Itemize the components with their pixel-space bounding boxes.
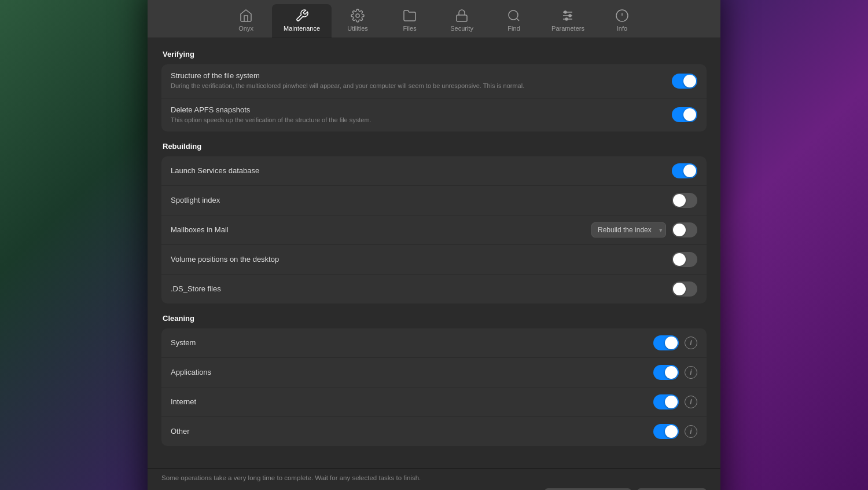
toggle-spotlight[interactable] [672, 193, 697, 208]
search-icon [506, 8, 522, 24]
toggle-volume-positions[interactable] [672, 252, 697, 267]
toolbar: Onyx Maintenance Utilities [148, 0, 720, 38]
toggle-knob [683, 75, 696, 87]
info-applications-button[interactable]: i [685, 366, 697, 379]
tab-utilities-label: Utilities [347, 25, 367, 32]
delete-apfs-desc: This option speeds up the verification o… [171, 116, 672, 125]
toggle-knob [665, 337, 678, 349]
other-label: Other [171, 427, 653, 436]
tab-onyx-label: Onyx [238, 25, 253, 32]
row-ds-store: .DS_Store files [161, 275, 707, 303]
footer: Some operations take a very long time to… [148, 468, 720, 490]
internet-label: Internet [171, 397, 653, 406]
row-delete-apfs-snapshots: Delete APFS snapshots This option speeds… [161, 98, 707, 131]
toggle-system[interactable] [653, 335, 679, 350]
system-label: System [171, 338, 653, 347]
wrench-icon [294, 8, 310, 24]
svg-line-3 [517, 19, 519, 21]
tab-parameters[interactable]: Parameters [540, 4, 596, 38]
tab-find-label: Find [507, 25, 520, 32]
info-other-button[interactable]: i [685, 425, 697, 438]
svg-rect-1 [457, 15, 467, 21]
row-launch-services: Launch Services database [161, 156, 707, 186]
mailboxes-label: Mailboxes in Mail [171, 225, 591, 234]
toggle-knob [683, 164, 696, 177]
app-window: OnyX Onyx Maintenance [148, 0, 720, 490]
tab-parameters-label: Parameters [551, 25, 584, 32]
toggle-knob [665, 366, 678, 379]
row-internet: Internet i [161, 387, 707, 417]
mailboxes-select[interactable]: Rebuild the index [591, 222, 666, 237]
info-circle-icon [614, 8, 630, 24]
delete-apfs-label: Delete APFS snapshots [171, 105, 672, 114]
row-other: Other i [161, 417, 707, 446]
main-content: Verifying Structure of the file system D… [148, 38, 720, 468]
home-icon [238, 8, 254, 24]
spotlight-label: Spotlight index [171, 196, 672, 204]
tab-files[interactable]: Files [384, 4, 436, 38]
row-volume-positions: Volume positions on the desktop [161, 245, 707, 275]
tab-maintenance[interactable]: Maintenance [272, 4, 332, 38]
row-structure-file-system: Structure of the file system During the … [161, 64, 707, 98]
folder-icon [402, 8, 418, 24]
rebuilding-section: Launch Services database Spotlight index [161, 156, 707, 303]
tab-files-label: Files [403, 25, 416, 32]
sliders-icon [560, 8, 576, 24]
toggle-internet[interactable] [653, 394, 679, 409]
svg-point-2 [509, 10, 518, 20]
toggle-structure-file-system[interactable] [672, 74, 697, 89]
row-mailboxes-mail: Mailboxes in Mail Rebuild the index [161, 215, 707, 245]
toggle-applications[interactable] [653, 365, 679, 380]
toggle-other[interactable] [653, 424, 679, 439]
toggle-ds-store[interactable] [672, 281, 697, 297]
toggle-knob [673, 283, 686, 295]
verifying-title: Verifying [161, 50, 707, 58]
tab-onyx[interactable]: Onyx [220, 4, 272, 38]
volume-positions-label: Volume positions on the desktop [171, 255, 672, 264]
toggle-knob [673, 224, 686, 236]
cleaning-title: Cleaning [161, 314, 707, 323]
row-spotlight-index: Spotlight index [161, 186, 707, 215]
gear-icon [350, 8, 366, 24]
launch-services-label: Launch Services database [171, 166, 672, 175]
tab-info-label: Info [617, 25, 627, 32]
verifying-section: Structure of the file system During the … [161, 64, 707, 131]
toggle-knob [665, 396, 678, 408]
tab-security[interactable]: Security [436, 4, 488, 38]
rebuilding-title: Rebuilding [161, 142, 707, 151]
footer-note: Some operations take a very long time to… [161, 474, 707, 481]
lock-icon [454, 8, 470, 24]
toggle-knob [683, 108, 696, 121]
ds-store-label: .DS_Store files [171, 284, 672, 293]
info-internet-button[interactable]: i [685, 396, 697, 408]
toggle-delete-apfs[interactable] [672, 107, 697, 122]
tab-security-label: Security [450, 25, 473, 32]
tab-utilities[interactable]: Utilities [332, 4, 384, 38]
info-system-button[interactable]: i [685, 337, 697, 349]
tab-maintenance-label: Maintenance [284, 25, 320, 32]
toggle-knob [673, 253, 686, 266]
applications-label: Applications [171, 368, 653, 376]
row-system: System i [161, 328, 707, 358]
svg-point-7 [564, 11, 567, 13]
cleaning-section: System i Applications i [161, 328, 707, 446]
row-applications: Applications i [161, 358, 707, 387]
mailboxes-select-wrapper: Rebuild the index [591, 222, 666, 237]
structure-file-system-desc: During the verification, the multicolore… [171, 82, 672, 90]
toggle-knob [673, 194, 686, 207]
tab-info[interactable]: Info [596, 4, 648, 38]
toggle-knob [665, 425, 678, 438]
tab-find[interactable]: Find [488, 4, 540, 38]
toggle-mailboxes[interactable] [672, 222, 697, 237]
svg-point-9 [565, 18, 568, 20]
structure-file-system-label: Structure of the file system [171, 71, 672, 80]
svg-point-0 [356, 14, 359, 17]
svg-point-8 [569, 14, 571, 17]
toggle-launch-services[interactable] [672, 163, 697, 178]
